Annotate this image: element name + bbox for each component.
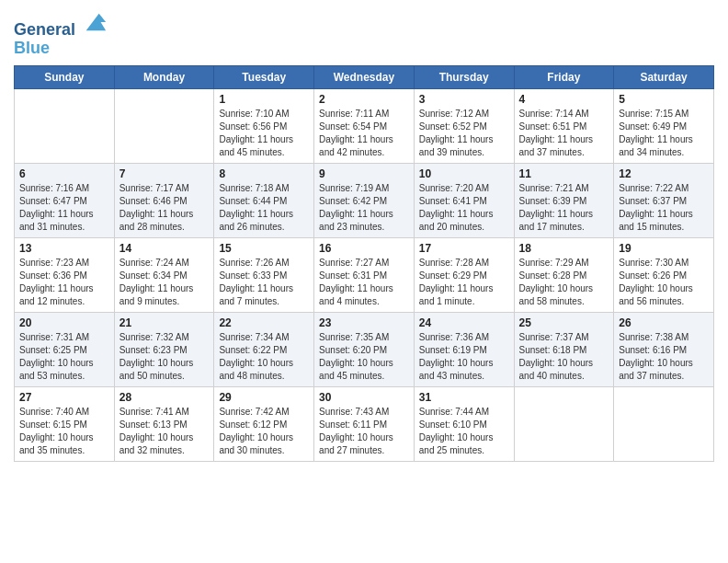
day-info: Sunrise: 7:11 AMSunset: 6:54 PMDaylight:… <box>319 108 409 159</box>
day-number: 30 <box>319 391 409 404</box>
calendar-day-cell: 15Sunrise: 7:26 AMSunset: 6:33 PMDayligh… <box>214 237 314 312</box>
weekday-header-cell: Friday <box>514 65 614 88</box>
logo-text: General Blue <box>14 9 108 58</box>
day-info: Sunrise: 7:29 AMSunset: 6:28 PMDaylight:… <box>519 257 609 308</box>
calendar-day-cell <box>114 88 214 163</box>
day-info: Sunrise: 7:44 AMSunset: 6:10 PMDaylight:… <box>419 406 509 457</box>
calendar-day-cell: 6Sunrise: 7:16 AMSunset: 6:47 PMDaylight… <box>15 163 115 237</box>
day-number: 1 <box>219 93 309 106</box>
day-number: 14 <box>119 242 210 255</box>
calendar-day-cell: 23Sunrise: 7:35 AMSunset: 6:20 PMDayligh… <box>314 312 415 386</box>
day-number: 11 <box>519 167 609 180</box>
day-info: Sunrise: 7:36 AMSunset: 6:19 PMDaylight:… <box>419 331 509 383</box>
day-number: 18 <box>519 242 609 255</box>
calendar-day-cell: 10Sunrise: 7:20 AMSunset: 6:41 PMDayligh… <box>414 163 514 237</box>
calendar-day-cell: 20Sunrise: 7:31 AMSunset: 6:25 PMDayligh… <box>15 312 115 386</box>
day-number: 17 <box>419 242 509 255</box>
day-info: Sunrise: 7:35 AMSunset: 6:20 PMDaylight:… <box>319 331 409 383</box>
day-info: Sunrise: 7:32 AMSunset: 6:23 PMDaylight:… <box>119 331 210 383</box>
calendar-week-row: 20Sunrise: 7:31 AMSunset: 6:25 PMDayligh… <box>15 312 714 386</box>
calendar-day-cell: 8Sunrise: 7:18 AMSunset: 6:44 PMDaylight… <box>214 163 314 237</box>
calendar-day-cell <box>514 386 614 461</box>
calendar-day-cell: 30Sunrise: 7:43 AMSunset: 6:11 PMDayligh… <box>314 386 415 461</box>
day-info: Sunrise: 7:30 AMSunset: 6:26 PMDaylight:… <box>619 257 709 308</box>
calendar-day-cell: 4Sunrise: 7:14 AMSunset: 6:51 PMDaylight… <box>514 88 614 163</box>
day-info: Sunrise: 7:31 AMSunset: 6:25 PMDaylight:… <box>19 331 109 383</box>
day-number: 16 <box>319 242 409 255</box>
logo: General Blue <box>14 9 108 58</box>
day-info: Sunrise: 7:14 AMSunset: 6:51 PMDaylight:… <box>519 108 609 159</box>
day-info: Sunrise: 7:23 AMSunset: 6:36 PMDaylight:… <box>19 257 109 308</box>
calendar-week-row: 6Sunrise: 7:16 AMSunset: 6:47 PMDaylight… <box>15 163 714 237</box>
calendar-day-cell: 26Sunrise: 7:38 AMSunset: 6:16 PMDayligh… <box>614 312 714 386</box>
day-info: Sunrise: 7:40 AMSunset: 6:15 PMDaylight:… <box>19 406 109 457</box>
calendar-day-cell: 24Sunrise: 7:36 AMSunset: 6:19 PMDayligh… <box>414 312 514 386</box>
weekday-header-cell: Monday <box>114 65 214 88</box>
calendar-day-cell <box>15 88 115 163</box>
day-number: 21 <box>119 316 210 329</box>
day-number: 24 <box>419 316 509 329</box>
calendar-table: SundayMondayTuesdayWednesdayThursdayFrid… <box>14 65 714 462</box>
logo-icon <box>82 9 108 35</box>
day-info: Sunrise: 7:20 AMSunset: 6:41 PMDaylight:… <box>419 182 509 234</box>
calendar-day-cell: 2Sunrise: 7:11 AMSunset: 6:54 PMDaylight… <box>314 88 415 163</box>
day-info: Sunrise: 7:18 AMSunset: 6:44 PMDaylight:… <box>219 182 309 234</box>
calendar-week-row: 1Sunrise: 7:10 AMSunset: 6:56 PMDaylight… <box>15 88 714 163</box>
day-number: 20 <box>19 316 109 329</box>
day-number: 6 <box>19 167 109 180</box>
day-info: Sunrise: 7:27 AMSunset: 6:31 PMDaylight:… <box>319 257 409 308</box>
day-info: Sunrise: 7:42 AMSunset: 6:12 PMDaylight:… <box>219 406 309 457</box>
day-info: Sunrise: 7:34 AMSunset: 6:22 PMDaylight:… <box>219 331 309 383</box>
calendar-day-cell: 19Sunrise: 7:30 AMSunset: 6:26 PMDayligh… <box>614 237 714 312</box>
calendar-day-cell: 31Sunrise: 7:44 AMSunset: 6:10 PMDayligh… <box>414 386 514 461</box>
calendar-day-cell: 25Sunrise: 7:37 AMSunset: 6:18 PMDayligh… <box>514 312 614 386</box>
calendar-day-cell: 28Sunrise: 7:41 AMSunset: 6:13 PMDayligh… <box>114 386 214 461</box>
day-info: Sunrise: 7:19 AMSunset: 6:42 PMDaylight:… <box>319 182 409 234</box>
calendar-day-cell: 11Sunrise: 7:21 AMSunset: 6:39 PMDayligh… <box>514 163 614 237</box>
calendar-day-cell: 22Sunrise: 7:34 AMSunset: 6:22 PMDayligh… <box>214 312 314 386</box>
day-info: Sunrise: 7:22 AMSunset: 6:37 PMDaylight:… <box>619 182 709 234</box>
day-info: Sunrise: 7:16 AMSunset: 6:47 PMDaylight:… <box>19 182 109 234</box>
calendar-day-cell: 14Sunrise: 7:24 AMSunset: 6:34 PMDayligh… <box>114 237 214 312</box>
calendar-week-row: 13Sunrise: 7:23 AMSunset: 6:36 PMDayligh… <box>15 237 714 312</box>
day-info: Sunrise: 7:38 AMSunset: 6:16 PMDaylight:… <box>619 331 709 383</box>
day-info: Sunrise: 7:43 AMSunset: 6:11 PMDaylight:… <box>319 406 409 457</box>
day-number: 19 <box>619 242 709 255</box>
day-number: 5 <box>619 93 709 106</box>
day-number: 29 <box>219 391 309 404</box>
calendar-week-row: 27Sunrise: 7:40 AMSunset: 6:15 PMDayligh… <box>15 386 714 461</box>
calendar-day-cell: 27Sunrise: 7:40 AMSunset: 6:15 PMDayligh… <box>15 386 115 461</box>
weekday-header-cell: Sunday <box>15 65 115 88</box>
day-info: Sunrise: 7:12 AMSunset: 6:52 PMDaylight:… <box>419 108 509 159</box>
day-info: Sunrise: 7:37 AMSunset: 6:18 PMDaylight:… <box>519 331 609 383</box>
day-number: 12 <box>619 167 709 180</box>
day-info: Sunrise: 7:21 AMSunset: 6:39 PMDaylight:… <box>519 182 609 234</box>
calendar-day-cell: 29Sunrise: 7:42 AMSunset: 6:12 PMDayligh… <box>214 386 314 461</box>
calendar-day-cell: 17Sunrise: 7:28 AMSunset: 6:29 PMDayligh… <box>414 237 514 312</box>
day-number: 13 <box>19 242 109 255</box>
calendar-day-cell: 5Sunrise: 7:15 AMSunset: 6:49 PMDaylight… <box>614 88 714 163</box>
calendar-day-cell <box>614 386 714 461</box>
day-info: Sunrise: 7:28 AMSunset: 6:29 PMDaylight:… <box>419 257 509 308</box>
calendar-day-cell: 21Sunrise: 7:32 AMSunset: 6:23 PMDayligh… <box>114 312 214 386</box>
day-number: 10 <box>419 167 509 180</box>
day-number: 8 <box>219 167 309 180</box>
day-info: Sunrise: 7:26 AMSunset: 6:33 PMDaylight:… <box>219 257 309 308</box>
day-info: Sunrise: 7:24 AMSunset: 6:34 PMDaylight:… <box>119 257 210 308</box>
day-info: Sunrise: 7:41 AMSunset: 6:13 PMDaylight:… <box>119 406 210 457</box>
day-number: 28 <box>119 391 210 404</box>
day-number: 7 <box>119 167 210 180</box>
day-number: 4 <box>519 93 609 106</box>
weekday-header-cell: Saturday <box>614 65 714 88</box>
calendar-day-cell: 18Sunrise: 7:29 AMSunset: 6:28 PMDayligh… <box>514 237 614 312</box>
day-number: 15 <box>219 242 309 255</box>
day-number: 3 <box>419 93 509 106</box>
calendar-day-cell: 7Sunrise: 7:17 AMSunset: 6:46 PMDaylight… <box>114 163 214 237</box>
calendar-day-cell: 12Sunrise: 7:22 AMSunset: 6:37 PMDayligh… <box>614 163 714 237</box>
calendar-day-cell: 9Sunrise: 7:19 AMSunset: 6:42 PMDaylight… <box>314 163 415 237</box>
day-number: 25 <box>519 316 609 329</box>
day-number: 26 <box>619 316 709 329</box>
svg-marker-0 <box>86 14 106 31</box>
calendar-day-cell: 3Sunrise: 7:12 AMSunset: 6:52 PMDaylight… <box>414 88 514 163</box>
weekday-header-row: SundayMondayTuesdayWednesdayThursdayFrid… <box>15 65 714 88</box>
